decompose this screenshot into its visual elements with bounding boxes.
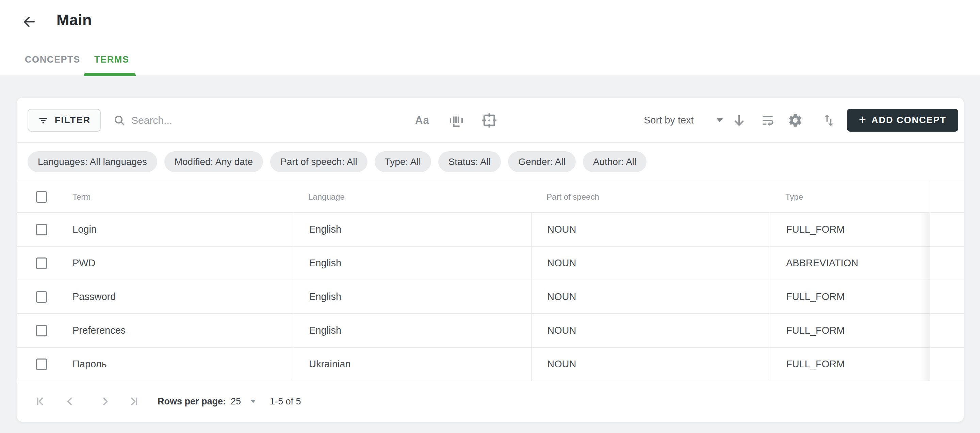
filter-chip[interactable]: Type: All — [375, 151, 431, 172]
row-checkbox[interactable] — [36, 224, 47, 235]
cell-part-of-speech: NOUN — [547, 291, 576, 302]
table-row[interactable]: PWD English NOUN ABBREVIATION — [17, 247, 964, 280]
table-row[interactable]: Login English NOUN FULL_FORM — [17, 213, 964, 247]
search-icon — [113, 114, 126, 127]
rows-per-page-label: Rows per page: — [158, 381, 226, 422]
cell-part-of-speech: NOUN — [547, 224, 576, 235]
tab-terms[interactable]: TERMS — [94, 54, 129, 65]
cell-part-of-speech: NOUN — [547, 325, 576, 336]
plus-icon: + — [859, 114, 866, 126]
table-row[interactable]: Preferences English NOUN FULL_FORM — [17, 314, 964, 347]
filter-chip[interactable]: Author: All — [583, 151, 647, 172]
cell-term: Пароль — [73, 358, 107, 370]
cell-part-of-speech: NOUN — [547, 257, 576, 269]
center-focus-frame-icon[interactable] — [481, 98, 498, 143]
filter-chip[interactable]: Status: All — [438, 151, 501, 172]
cell-type: FULL_FORM — [786, 358, 845, 370]
swap-vertical-icon[interactable] — [821, 98, 837, 143]
filter-chip[interactable]: Modified: Any date — [164, 151, 263, 172]
cell-type: FULL_FORM — [786, 291, 845, 302]
table-header-row: Term Language Part of speech Type — [17, 181, 964, 213]
filter-chip[interactable]: Gender: All — [508, 151, 576, 172]
previous-page-icon[interactable] — [63, 395, 76, 409]
cell-type: FULL_FORM — [786, 224, 845, 235]
rows-per-page-caret-icon[interactable] — [250, 400, 256, 403]
filter-chips-row: Languages: All languages Modified: Any d… — [17, 143, 964, 181]
last-page-icon[interactable] — [127, 395, 140, 409]
column-header-term: Term — [73, 192, 91, 202]
cell-type: ABBREVIATION — [786, 257, 858, 269]
cell-term: Login — [73, 224, 97, 235]
rows-per-page-select[interactable]: 25 — [231, 381, 241, 422]
sort-by-dropdown[interactable]: Sort by text — [644, 98, 694, 143]
sort-caret-icon[interactable] — [717, 118, 723, 122]
cell-term: PWD — [73, 257, 95, 269]
cell-language: English — [309, 257, 341, 269]
cell-language: English — [309, 224, 341, 235]
column-header-part-of-speech: Part of speech — [546, 192, 599, 202]
filter-button-label: FILTER — [55, 115, 91, 125]
pagination-bar: Rows per page: 25 1-5 of 5 — [17, 381, 964, 422]
page-title: Main — [56, 11, 92, 29]
row-checkbox[interactable] — [36, 358, 47, 370]
column-header-language: Language — [308, 192, 345, 202]
filter-chip[interactable]: Part of speech: All — [270, 151, 368, 172]
search-box — [113, 109, 350, 132]
row-checkbox[interactable] — [36, 325, 47, 336]
terms-card: FILTER Aa — [17, 98, 964, 422]
settings-gear-icon[interactable] — [788, 98, 803, 143]
cell-type: FULL_FORM — [786, 325, 845, 336]
row-checkbox[interactable] — [36, 257, 47, 269]
page-content: FILTER Aa — [0, 76, 980, 433]
table-body: Login English NOUN FULL_FORM PWD English… — [17, 213, 964, 381]
table-row[interactable]: Password English NOUN FULL_FORM — [17, 280, 964, 314]
first-page-icon[interactable] — [35, 395, 48, 409]
add-concept-label: ADD CONCEPT — [872, 115, 946, 125]
cell-term: Preferences — [73, 325, 126, 336]
cell-language: English — [309, 325, 341, 336]
cell-term: Password — [73, 291, 116, 302]
select-all-checkbox[interactable] — [36, 191, 47, 203]
next-page-icon[interactable] — [99, 395, 111, 409]
tab-concepts[interactable]: CONCEPTS — [25, 54, 80, 65]
cell-part-of-speech: NOUN — [547, 358, 576, 370]
row-checkbox[interactable] — [36, 291, 47, 303]
active-tab-indicator — [84, 73, 136, 76]
cell-language: English — [309, 291, 341, 302]
toolbar: FILTER Aa — [17, 98, 964, 143]
sort-direction-down-icon[interactable] — [732, 98, 746, 143]
column-header-type: Type — [785, 192, 803, 202]
back-arrow-icon[interactable] — [21, 14, 37, 30]
pagination-range: 1-5 of 5 — [270, 381, 301, 422]
add-concept-button[interactable]: + ADD CONCEPT — [847, 109, 958, 132]
match-case-icon[interactable]: Aa — [415, 98, 430, 143]
filter-button[interactable]: FILTER — [27, 109, 101, 132]
terms-table: Term Language Part of speech Type Login … — [17, 181, 964, 381]
top-bar: Main CONCEPTS TERMS — [0, 0, 980, 76]
wrap-text-icon[interactable] — [760, 98, 775, 143]
table-row[interactable]: Пароль Ukrainian NOUN FULL_FORM — [17, 347, 964, 381]
cell-language: Ukrainian — [309, 358, 351, 370]
filter-chip[interactable]: Languages: All languages — [27, 151, 157, 172]
search-input[interactable] — [130, 114, 350, 127]
filter-list-icon — [38, 115, 49, 126]
barcode-match-icon[interactable] — [449, 98, 464, 143]
